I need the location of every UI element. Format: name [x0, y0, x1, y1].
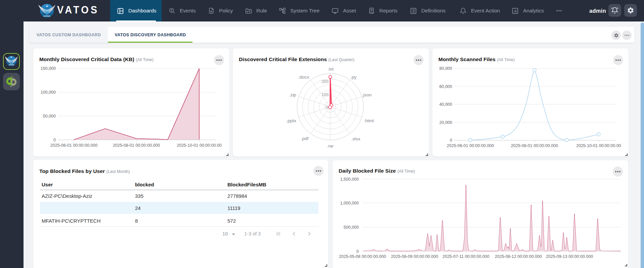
svg-text:200: 200	[321, 79, 329, 84]
svg-text:2025-08-01 00:00:00.000: 2025-08-01 00:00:00.000	[511, 143, 558, 148]
svg-text:0: 0	[450, 138, 452, 143]
svg-text:.pdf: .pdf	[301, 136, 309, 141]
svg-text:20,000: 20,000	[439, 120, 452, 125]
svg-text:2025-05-08 00:00:00.000: 2025-05-08 00:00:00.000	[339, 254, 386, 259]
svg-text:1,500,000: 1,500,000	[340, 177, 359, 182]
svg-text:.zip: .zip	[289, 92, 296, 97]
svg-text:2025-10-01 00:00:00.00: 2025-10-01 00:00:00.00	[576, 143, 621, 148]
svg-text:.json: .json	[362, 92, 372, 97]
svg-text:60,000: 60,000	[439, 84, 452, 89]
svg-text:.txt: .txt	[328, 66, 334, 72]
svg-text:2025-06-09 00:00:00.000: 2025-06-09 00:00:00.000	[391, 254, 438, 259]
svg-text:.rar: .rar	[327, 143, 334, 148]
svg-text:2025-09-13 00:00:00.000: 2025-09-13 00:00:00.000	[546, 254, 593, 259]
svg-text:100: 100	[321, 92, 329, 97]
svg-text:2025-07-11 00:00:00.000: 2025-07-11 00:00:00.000	[442, 254, 489, 259]
svg-text:VATOS: VATOS	[43, 15, 51, 17]
svg-text:2025-06-01 00:00:00.000: 2025-06-01 00:00:00.000	[50, 143, 97, 148]
svg-text:.docx: .docx	[298, 75, 309, 80]
svg-text:80,000: 80,000	[439, 66, 452, 71]
svg-text:50,000: 50,000	[43, 114, 56, 119]
svg-text:1,000,000: 1,000,000	[340, 201, 359, 206]
svg-text:0: 0	[326, 105, 328, 110]
svg-text:.xlsx: .xlsx	[351, 136, 360, 141]
svg-text:0: 0	[53, 138, 56, 142]
svg-text:500,000: 500,000	[344, 225, 359, 230]
svg-text:100,000: 100,000	[41, 90, 56, 95]
svg-text:2025-08-01 00:00:00.000: 2025-08-01 00:00:00.000	[113, 143, 160, 148]
svg-text:.py: .py	[350, 75, 356, 80]
svg-text:2025-08-12 00:00:00.000: 2025-08-12 00:00:00.000	[495, 254, 542, 259]
svg-text:.html: .html	[364, 118, 374, 123]
svg-text:.pptx: .pptx	[286, 118, 296, 123]
svg-text:VATOS: VATOS	[9, 64, 14, 66]
svg-text:150,000: 150,000	[41, 66, 56, 71]
svg-text:40,000: 40,000	[439, 102, 452, 107]
svg-text:2025-10-01 00:00:00.00: 2025-10-01 00:00:00.00	[177, 143, 221, 148]
svg-text:2025-06-01 00:00:00.000: 2025-06-01 00:00:00.000	[447, 143, 494, 148]
svg-text:0: 0	[356, 249, 359, 254]
